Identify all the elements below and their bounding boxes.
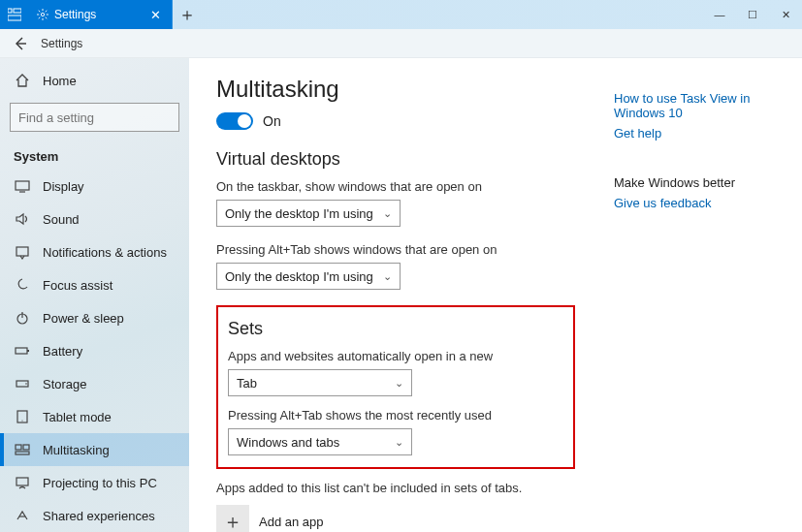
tab-label: Settings [54, 8, 96, 21]
sidebar-item-label: Storage [43, 377, 87, 391]
vd-alttab-label: Pressing Alt+Tab shows windows that are … [216, 242, 575, 257]
sidebar-item-shared-experiences[interactable]: Shared experiences [0, 499, 189, 532]
sidebar-item-projecting[interactable]: Projecting to this PC [0, 466, 189, 499]
sound-icon [14, 210, 31, 228]
tab-strip: Settings ✕ ＋ [0, 0, 202, 29]
power-icon [14, 309, 31, 327]
sets-apps-label: Apps and websites automatically open in … [228, 349, 563, 363]
svg-rect-15 [16, 181, 29, 190]
window-controls: — ☐ ✕ [703, 0, 802, 29]
sets-apps-value: Tab [237, 376, 257, 391]
sidebar: Home System Display Sound Notifications … [0, 58, 189, 532]
content-main: Multitasking On Virtual desktops On the … [216, 76, 575, 532]
tablet-icon [14, 408, 31, 425]
sidebar-item-battery[interactable]: Battery [0, 334, 189, 367]
display-icon [14, 177, 31, 195]
content: Multitasking On Virtual desktops On the … [189, 58, 802, 532]
chevron-down-icon: ⌄ [395, 377, 403, 390]
sidebar-item-label: Shared experiences [43, 509, 155, 523]
notifications-icon [14, 243, 31, 261]
sidebar-home[interactable]: Home [0, 64, 189, 97]
feedback-link[interactable]: Give us feedback [614, 196, 779, 210]
svg-rect-1 [14, 9, 21, 13]
close-window-button[interactable]: ✕ [769, 0, 802, 29]
titlebar: Settings ✕ ＋ — ☐ ✕ [0, 0, 802, 29]
svg-rect-2 [8, 16, 21, 20]
svg-rect-29 [16, 478, 28, 485]
sidebar-item-notifications[interactable]: Notifications & actions [0, 235, 189, 268]
sidebar-item-label: Display [43, 179, 84, 194]
projecting-icon [14, 474, 31, 491]
sidebar-item-storage[interactable]: Storage [0, 367, 189, 400]
sidebar-item-display[interactable]: Display [0, 170, 189, 203]
multitasking-toggle[interactable] [216, 112, 253, 130]
sidebar-category: System [0, 141, 189, 170]
sets-alttab-combo[interactable]: Windows and tabs ⌄ [228, 428, 412, 455]
svg-rect-17 [16, 247, 28, 256]
chevron-down-icon: ⌄ [383, 207, 392, 220]
tab-close-button[interactable]: ✕ [146, 6, 164, 23]
storage-icon [14, 375, 31, 392]
sidebar-item-label: Focus assist [43, 278, 112, 293]
toggle-state-label: On [263, 113, 281, 129]
home-icon [14, 72, 31, 89]
content-aside: How to use Task View in Windows 10 Get h… [614, 76, 779, 532]
header-title: Settings [41, 37, 82, 50]
task-view-icon [8, 8, 21, 21]
chevron-down-icon: ⌄ [383, 270, 392, 283]
add-app-row: ＋ Add an app [216, 505, 575, 532]
sidebar-item-label: Tablet mode [43, 410, 112, 424]
svg-point-23 [25, 383, 27, 385]
sidebar-item-tablet-mode[interactable]: Tablet mode [0, 400, 189, 433]
sidebar-item-label: Sound [43, 212, 80, 227]
vd-taskbar-label: On the taskbar, show windows that are op… [216, 179, 575, 194]
svg-line-10 [39, 17, 41, 19]
sets-note: Apps added to this list can't be include… [216, 481, 575, 495]
sets-apps-combo[interactable]: Tab ⌄ [228, 369, 412, 396]
sidebar-item-label: Power & sleep [43, 311, 124, 326]
svg-rect-0 [8, 9, 12, 13]
back-button[interactable] [0, 36, 41, 51]
sets-highlight: Sets Apps and websites automatically ope… [216, 305, 575, 469]
maximize-button[interactable]: ☐ [736, 0, 769, 29]
help-link-task-view[interactable]: How to use Task View in Windows 10 [614, 91, 779, 120]
sidebar-home-label: Home [43, 74, 77, 88]
vd-alttab-value: Only the desktop I'm using [225, 269, 373, 284]
svg-point-25 [21, 420, 22, 421]
sidebar-item-sound[interactable]: Sound [0, 203, 189, 235]
add-app-label: Add an app [259, 515, 324, 529]
vd-taskbar-combo[interactable]: Only the desktop I'm using ⌄ [216, 200, 401, 227]
multitasking-toggle-row: On [216, 112, 575, 130]
plus-icon: ＋ [223, 509, 242, 533]
svg-rect-21 [27, 350, 29, 352]
vd-taskbar-value: Only the desktop I'm using [225, 206, 373, 221]
sidebar-item-power[interactable]: Power & sleep [0, 301, 189, 334]
svg-rect-20 [16, 348, 27, 354]
vd-alttab-combo[interactable]: Only the desktop I'm using ⌄ [216, 263, 401, 290]
app-tab-settings[interactable]: Settings ✕ [29, 0, 173, 29]
sidebar-item-label: Notifications & actions [43, 245, 167, 260]
search-input[interactable] [18, 110, 181, 125]
help-link-get-help[interactable]: Get help [614, 126, 779, 141]
svg-point-3 [41, 13, 44, 16]
svg-line-11 [46, 11, 48, 13]
add-app-button[interactable]: ＋ [216, 505, 249, 532]
chevron-down-icon: ⌄ [395, 436, 403, 449]
svg-rect-26 [16, 445, 21, 450]
battery-icon [14, 342, 31, 360]
svg-rect-28 [16, 452, 29, 454]
arrow-left-icon [13, 36, 28, 51]
search-box[interactable] [10, 103, 179, 132]
header-row: Settings [0, 29, 802, 58]
sidebar-item-multitasking[interactable]: Multitasking [0, 433, 189, 466]
shared-experiences-icon [14, 507, 31, 524]
new-tab-button[interactable]: ＋ [173, 0, 202, 29]
sets-alttab-label: Pressing Alt+Tab shows the most recently… [228, 408, 563, 422]
svg-line-8 [39, 11, 41, 13]
sidebar-item-focus-assist[interactable]: Focus assist [0, 268, 189, 301]
svg-rect-27 [23, 445, 29, 450]
minimize-button[interactable]: — [703, 0, 736, 29]
page-title: Multitasking [216, 76, 575, 103]
task-view-button[interactable] [0, 0, 29, 29]
sidebar-item-label: Battery [43, 344, 82, 359]
